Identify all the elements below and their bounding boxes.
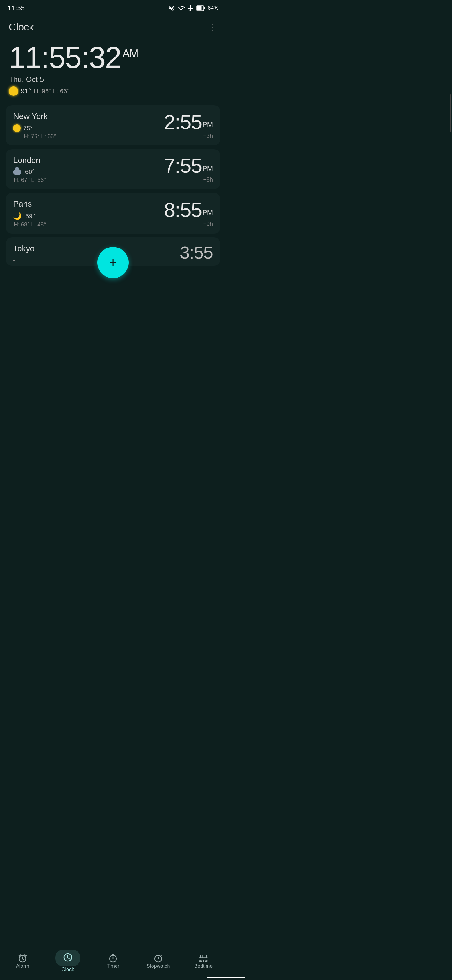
city-moon-icon-paris: 🌙 xyxy=(13,212,22,220)
battery-percent: 64% xyxy=(208,5,219,11)
svg-rect-1 xyxy=(204,7,205,10)
city-sun-icon-new-york xyxy=(13,124,21,132)
city-temp-new-york: 75° xyxy=(23,125,33,132)
add-city-button[interactable]: + xyxy=(97,247,129,278)
app-header: Clock ⋮ xyxy=(0,15,226,36)
battery-icon xyxy=(197,5,205,12)
city-temp-london: 60° xyxy=(25,169,35,176)
city-dash-tokyo: - xyxy=(13,257,15,264)
main-ampm: AM xyxy=(122,47,138,60)
main-weather-hl: H: 96° L: 66° xyxy=(33,88,69,95)
city-hl-new-york: H: 76° L: 66° xyxy=(24,133,56,140)
city-offset-london: +8h xyxy=(164,177,213,183)
status-icons: 64% xyxy=(168,5,219,12)
main-weather-temp: 91° xyxy=(21,87,31,95)
main-date: Thu, Oct 5 xyxy=(9,75,217,84)
city-cloud-icon-london xyxy=(13,169,21,175)
more-menu-icon[interactable]: ⋮ xyxy=(208,22,217,32)
city-name-tokyo: Tokyo xyxy=(13,244,35,253)
sun-icon xyxy=(9,86,18,96)
airplane-icon xyxy=(187,5,194,12)
city-temp-paris: 59° xyxy=(25,213,35,220)
city-offset-paris: +9h xyxy=(164,221,213,228)
city-hl-paris: H: 68° L: 48° xyxy=(14,221,46,228)
city-time-new-york: 2:55 xyxy=(164,111,202,134)
city-hl-london: H: 67° L: 56° xyxy=(14,177,46,183)
main-weather: 91° H: 96° L: 66° xyxy=(9,86,217,96)
status-bar: 11:55 64% xyxy=(0,0,226,15)
clock-card-london[interactable]: London 60° H: 67° L: 56° 7:55PM +8h xyxy=(6,149,220,189)
fab-plus-icon: + xyxy=(109,256,117,269)
status-time: 11:55 xyxy=(8,4,25,12)
city-time-london: 7:55 xyxy=(164,154,202,177)
world-clocks-list: New York 75° H: 76° L: 66° 2:55PM +3h Lo… xyxy=(0,99,226,266)
city-time-paris: 8:55 xyxy=(164,199,202,221)
clock-card-paris[interactable]: Paris 🌙 59° H: 68° L: 48° 8:55PM +9h xyxy=(6,193,220,234)
main-time: 11:55:32AM xyxy=(9,41,138,74)
main-clock-section: 11:55:32AM Thu, Oct 5 91° H: 96° L: 66° xyxy=(0,36,226,99)
city-name-new-york: New York xyxy=(13,111,56,121)
city-name-paris: Paris xyxy=(13,199,46,209)
svg-rect-2 xyxy=(197,6,201,10)
main-time-display: 11:55:32AM xyxy=(9,42,217,73)
clock-card-new-york[interactable]: New York 75° H: 76° L: 66° 2:55PM +3h xyxy=(6,105,220,145)
wifi-icon xyxy=(178,5,185,12)
city-time-tokyo: 3:55 xyxy=(180,242,213,262)
city-offset-new-york: +3h xyxy=(164,133,213,140)
city-name-london: London xyxy=(13,156,46,165)
fab-container: + xyxy=(0,266,226,285)
muted-icon xyxy=(168,5,175,12)
app-title: Clock xyxy=(9,21,34,33)
